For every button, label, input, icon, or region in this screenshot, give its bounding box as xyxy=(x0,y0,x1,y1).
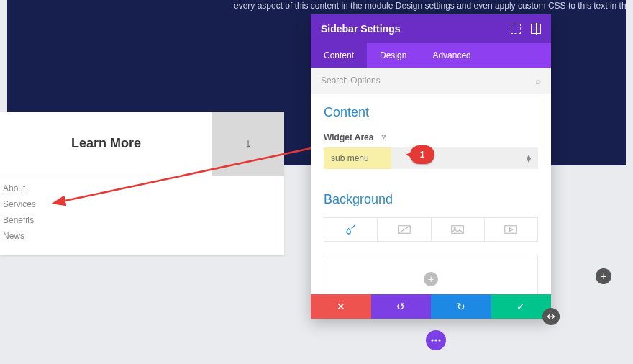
add-module-fab[interactable]: + xyxy=(596,268,611,284)
tab-advanced[interactable]: Advanced xyxy=(419,43,483,68)
tab-design[interactable]: Design xyxy=(367,43,419,68)
redo-icon: ↻ xyxy=(457,301,465,312)
background-type-tabs xyxy=(324,217,538,242)
svg-point-7 xyxy=(438,339,440,341)
modal-tabs: Content Design Advanced xyxy=(311,43,551,68)
section-title-content: Content xyxy=(324,105,538,120)
section-title-background: Background xyxy=(324,192,538,207)
modal-header[interactable]: Sidebar Settings xyxy=(311,14,551,43)
modal-footer: ✕ ↺ ↻ ✓ xyxy=(311,294,551,319)
menu-item[interactable]: Services xyxy=(3,196,281,212)
undo-icon: ↺ xyxy=(396,301,405,312)
expand-icon[interactable] xyxy=(511,24,521,34)
bg-color-tab[interactable] xyxy=(324,217,378,242)
search-placeholder: Search Options xyxy=(321,76,381,86)
search-options[interactable]: Search Options ⌕ xyxy=(311,68,551,94)
page-actions-fab[interactable] xyxy=(426,330,446,350)
toggle-arrow-button[interactable]: ↓ xyxy=(212,112,284,176)
svg-point-5 xyxy=(431,339,433,341)
down-arrow-icon: ↓ xyxy=(245,136,252,151)
svg-point-6 xyxy=(434,339,437,341)
modal-body: Content Widget Area ? sub menu ▴▾ 1 Back… xyxy=(311,94,551,294)
search-icon: ⌕ xyxy=(535,75,541,86)
plus-icon: + xyxy=(424,272,438,286)
widget-area-label: Widget Area xyxy=(324,132,373,142)
modal-title: Sidebar Settings xyxy=(321,23,400,35)
resize-handle[interactable] xyxy=(542,308,560,325)
bg-image-tab[interactable] xyxy=(432,217,485,242)
svg-rect-4 xyxy=(505,226,517,234)
tab-content[interactable]: Content xyxy=(311,43,367,68)
close-icon: ✕ xyxy=(337,301,345,312)
menu-item[interactable]: News xyxy=(3,228,281,244)
undo-button[interactable]: ↺ xyxy=(371,294,432,319)
page-module-card: Learn More ↓ About Services Benefits New… xyxy=(0,112,284,255)
settings-modal: Sidebar Settings Content Design Advanced… xyxy=(311,14,551,319)
chevron-updown-icon: ▴▾ xyxy=(527,155,531,162)
widget-area-select-row: sub menu ▴▾ 1 xyxy=(324,147,538,169)
background-add-slot[interactable]: + xyxy=(324,255,538,294)
annotation-marker: 1 xyxy=(410,145,439,171)
bg-gradient-tab[interactable] xyxy=(378,217,431,242)
hero-description: every aspect of this content in the modu… xyxy=(234,0,633,12)
module-row: Learn More ↓ xyxy=(0,112,284,176)
module-title: Learn More xyxy=(0,112,212,176)
menu-item[interactable]: About xyxy=(3,181,281,196)
menu-item[interactable]: Benefits xyxy=(3,212,281,228)
marker-number: 1 xyxy=(420,150,425,160)
help-icon[interactable]: ? xyxy=(381,133,386,142)
sidebar-menu-list: About Services Benefits News xyxy=(0,176,284,248)
snap-icon[interactable] xyxy=(531,24,541,34)
check-icon: ✓ xyxy=(516,301,525,312)
redo-button[interactable]: ↻ xyxy=(431,294,491,319)
widget-area-value: sub menu xyxy=(331,153,369,163)
bg-video-tab[interactable] xyxy=(485,217,538,242)
cancel-button[interactable]: ✕ xyxy=(311,294,371,319)
